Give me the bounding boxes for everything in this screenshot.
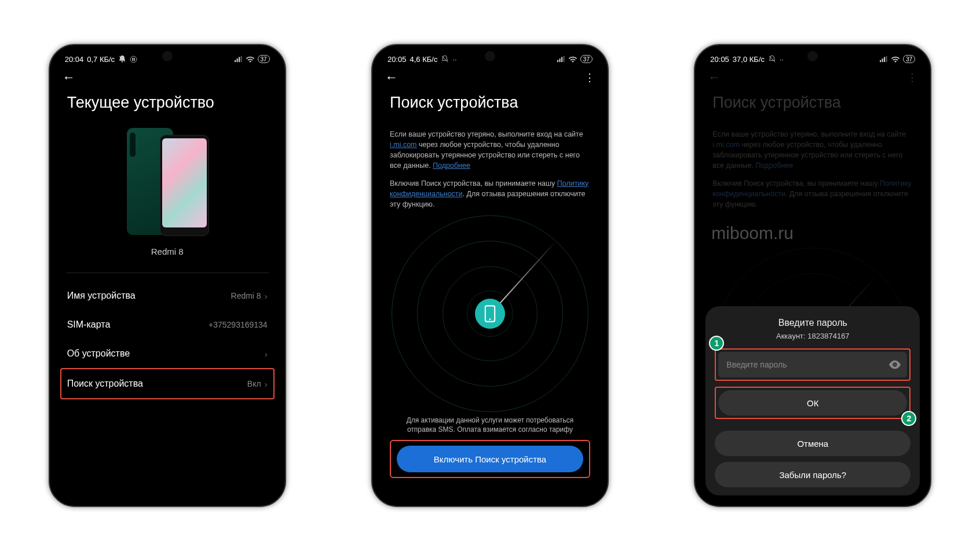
row-find-device[interactable]: Поиск устройства Вкл›: [60, 368, 275, 399]
ok-button-highlight: ОК 2: [715, 387, 910, 419]
nav-bar: ←: [54, 66, 280, 89]
device-name-heading: Redmi 8: [66, 247, 269, 256]
battery-indicator: 37: [580, 55, 593, 63]
phone-icon: [475, 299, 505, 329]
password-input[interactable]: [718, 352, 907, 377]
mute-icon: [441, 55, 449, 63]
battery-indicator: 37: [258, 55, 270, 63]
dialog-title: Введите пароль: [715, 318, 910, 328]
description-paragraph-2: Включив Поиск устройства, вы принимаете …: [389, 174, 591, 212]
page-title: Поиск устройства: [700, 89, 926, 120]
row-device-name-value: Redmi 8: [231, 291, 261, 300]
row-about-label: Об устройстве: [67, 348, 130, 359]
status-time: 20:05: [387, 55, 407, 64]
wifi-icon: [246, 56, 255, 63]
wifi-icon: [568, 56, 577, 63]
callout-1: 1: [709, 336, 724, 351]
back-button[interactable]: ←: [385, 70, 403, 85]
back-button[interactable]: ←: [63, 70, 80, 85]
link-mi-com[interactable]: i.mi.com: [390, 141, 417, 149]
enable-button-highlight: Включить Поиск устройства: [390, 440, 590, 478]
page-title: Поиск устройства: [377, 89, 603, 120]
status-time: 20:04: [65, 55, 84, 64]
svg-rect-8: [559, 58, 560, 62]
radar-graphic: [392, 215, 588, 412]
cancel-button[interactable]: Отмена: [715, 431, 910, 456]
nav-bar: ← ⋮: [377, 66, 603, 89]
mute-icon: [768, 55, 776, 63]
enable-find-device-button[interactable]: Включить Поиск устройства: [397, 446, 583, 472]
mute-icon: [118, 55, 126, 63]
signal-icon: [235, 56, 243, 63]
more-menu-button[interactable]: ⋮: [577, 71, 595, 84]
svg-rect-15: [884, 57, 885, 63]
description-paragraph-1: Если ваше устройство утеряно, выполните …: [711, 120, 914, 174]
status-data-rate: 4,6 КБ/с: [410, 55, 438, 64]
phone-mockup-1: 20:04 0,7 КБ/с 37 ←: [49, 44, 286, 507]
battery-indicator: 37: [903, 55, 915, 63]
svg-rect-16: [886, 56, 887, 63]
phone-mockup-3: 20:05 37,0 КБ/с ·· 37 ← ⋮ Поиск устройст…: [694, 44, 931, 507]
svg-rect-10: [563, 56, 564, 63]
svg-rect-6: [240, 56, 242, 63]
svg-rect-9: [561, 57, 562, 63]
camera-notch: [485, 51, 495, 61]
show-password-icon[interactable]: [888, 360, 901, 369]
status-time: 20:05: [710, 55, 729, 64]
row-about[interactable]: Об устройстве ›: [66, 339, 269, 368]
status-data-rate: 0,7 КБ/с: [87, 55, 115, 64]
back-button: ←: [708, 70, 725, 85]
callout-2: 2: [901, 411, 916, 426]
row-device-name[interactable]: Имя устройства Redmi 8›: [66, 281, 269, 310]
screen-3: 20:05 37,0 КБ/с ·· 37 ← ⋮ Поиск устройст…: [700, 50, 926, 501]
svg-rect-2: [134, 57, 135, 60]
activation-note: Для активации данной услуги может потреб…: [389, 416, 591, 434]
wifi-icon: [891, 56, 900, 63]
camera-notch: [162, 51, 173, 61]
svg-rect-5: [239, 57, 240, 63]
more-menu-button: ⋮: [900, 71, 917, 84]
svg-rect-13: [880, 60, 881, 63]
forgot-password-button[interactable]: Забыли пароль?: [715, 462, 910, 487]
nav-bar: ← ⋮: [700, 66, 926, 89]
password-field-highlight: 1: [715, 348, 910, 381]
status-data-rate: 37,0 КБ/с: [733, 55, 765, 64]
phone-mockup-2: 20:05 4,6 КБ/с ·· 37 ← ⋮ Поиск устройств…: [371, 44, 609, 507]
chevron-right-icon: ›: [265, 291, 268, 301]
signal-icon: [557, 56, 565, 63]
row-find-value: Вкл: [247, 379, 261, 388]
row-find-label: Поиск устройства: [67, 379, 143, 389]
svg-rect-1: [132, 57, 133, 60]
watermark: miboom.ru: [711, 212, 914, 243]
more-notif-icon: ··: [780, 55, 784, 64]
page-title: Текущее устройство: [54, 89, 280, 120]
svg-rect-3: [235, 60, 236, 63]
svg-rect-4: [236, 58, 237, 62]
device-image: [121, 128, 214, 241]
chevron-right-icon: ›: [265, 379, 268, 389]
row-device-name-label: Имя устройства: [67, 291, 136, 301]
row-sim-label: SIM-карта: [67, 319, 111, 330]
row-sim-value: +375293169134: [209, 320, 268, 329]
svg-point-0: [130, 56, 137, 63]
divider: [66, 273, 269, 273]
more-notif-icon: ··: [452, 55, 456, 64]
dialog-account: Аккаунт: 1823874167: [715, 332, 910, 340]
svg-rect-11: [485, 306, 495, 321]
ok-button[interactable]: ОК: [718, 390, 907, 416]
chevron-right-icon: ›: [265, 349, 268, 359]
screen-2: 20:05 4,6 КБ/с ·· 37 ← ⋮ Поиск устройств…: [377, 50, 603, 501]
description-paragraph-2: Включив Поиск устройства, вы принимаете …: [711, 174, 914, 212]
row-sim[interactable]: SIM-карта +375293169134: [66, 310, 269, 339]
svg-point-12: [489, 318, 491, 320]
link-learn-more[interactable]: Подробнее: [433, 161, 470, 170]
svg-rect-7: [557, 60, 558, 63]
svg-rect-14: [882, 58, 883, 62]
screen-1: 20:04 0,7 КБ/с 37 ←: [54, 50, 280, 501]
pause-icon: [130, 56, 137, 63]
signal-icon: [880, 56, 888, 63]
camera-notch: [807, 51, 818, 61]
svg-point-17: [894, 363, 896, 366]
description-paragraph-1: Если ваше устройство утеряно, выполните …: [389, 120, 591, 174]
password-dialog: Введите пароль Аккаунт: 1823874167 1 ОК …: [705, 306, 920, 495]
